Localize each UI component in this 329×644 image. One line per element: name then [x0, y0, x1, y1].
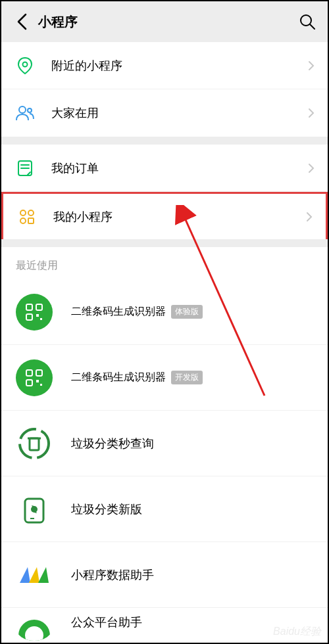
svg-rect-12 [26, 314, 32, 320]
row-label: 我的订单 [51, 160, 308, 176]
svg-point-24 [31, 506, 38, 513]
app-icon-qr [16, 294, 53, 331]
row-my-apps[interactable]: 我的小程序 [1, 192, 328, 239]
app-icon-wave [16, 557, 53, 593]
svg-rect-15 [26, 370, 32, 376]
section-discover: 附近的小程序 大家在用 [1, 42, 328, 137]
row-nearby[interactable]: 附近的小程序 [1, 42, 328, 89]
chevron-right-icon [308, 163, 315, 173]
app-name: 垃圾分类秒查询 [71, 436, 154, 451]
svg-rect-10 [26, 304, 32, 310]
svg-rect-13 [36, 314, 39, 317]
row-orders[interactable]: 我的订单 [1, 145, 328, 192]
svg-point-7 [28, 210, 34, 216]
app-name: 二维条码生成识别器体验版 [71, 305, 203, 319]
app-badge: 开发版 [171, 371, 203, 384]
section-header: 最近使用 [1, 247, 328, 279]
svg-point-3 [19, 106, 26, 113]
header: 小程序 [1, 1, 328, 42]
svg-rect-17 [26, 380, 32, 386]
app-item[interactable]: 二维条码生成识别器开发版 [1, 345, 328, 411]
app-name: 公众平台助手 [71, 614, 142, 630]
svg-line-1 [310, 24, 315, 29]
svg-rect-14 [40, 318, 42, 320]
back-button[interactable] [11, 11, 33, 33]
app-icon-partial [16, 614, 53, 641]
order-icon [14, 158, 36, 179]
svg-point-4 [28, 108, 32, 112]
app-icon-recycle [16, 425, 53, 462]
app-item[interactable]: 垃圾分类新版 [1, 476, 328, 542]
row-label: 附近的小程序 [51, 58, 308, 74]
svg-rect-16 [36, 370, 42, 376]
svg-rect-9 [28, 218, 34, 223]
section-recent: 最近使用 二维条码生成识别器体验版 二维条码生成识别器开发版 垃圾分类秒查询 垃… [1, 247, 328, 644]
svg-rect-21 [30, 438, 39, 450]
row-label: 大家在用 [51, 105, 308, 121]
location-icon [14, 55, 36, 76]
app-item[interactable]: 垃圾分类秒查询 [1, 411, 328, 476]
search-button[interactable] [296, 11, 318, 33]
svg-point-2 [23, 62, 28, 66]
divider [1, 239, 328, 247]
app-name: 垃圾分类新版 [71, 501, 142, 517]
divider [1, 137, 328, 145]
app-item[interactable]: 小程序数据助手 [1, 542, 328, 608]
svg-rect-18 [36, 380, 39, 382]
chevron-left-icon [16, 13, 27, 30]
app-icon-qr [16, 359, 53, 396]
svg-point-8 [20, 218, 26, 223]
chevron-right-icon [308, 108, 315, 118]
page-title: 小程序 [38, 13, 78, 31]
app-name: 二维条码生成识别器开发版 [71, 371, 203, 384]
app-icon-trash [16, 491, 53, 528]
section-mine: 我的订单 我的小程序 [1, 145, 328, 239]
app-item[interactable]: 二维条码生成识别器体验版 [1, 279, 328, 345]
svg-point-6 [20, 210, 26, 216]
apps-icon [16, 206, 38, 227]
svg-point-20 [20, 429, 49, 458]
users-icon [14, 103, 36, 124]
search-icon [299, 13, 316, 30]
svg-rect-19 [40, 384, 42, 386]
app-item[interactable]: 公众平台助手 [1, 608, 328, 644]
row-everyone[interactable]: 大家在用 [1, 89, 328, 137]
app-name: 小程序数据助手 [71, 567, 154, 583]
svg-rect-11 [36, 304, 42, 310]
app-badge: 体验版 [171, 305, 203, 319]
chevron-right-icon [306, 212, 313, 222]
row-label: 我的小程序 [53, 209, 306, 225]
chevron-right-icon [308, 60, 315, 71]
